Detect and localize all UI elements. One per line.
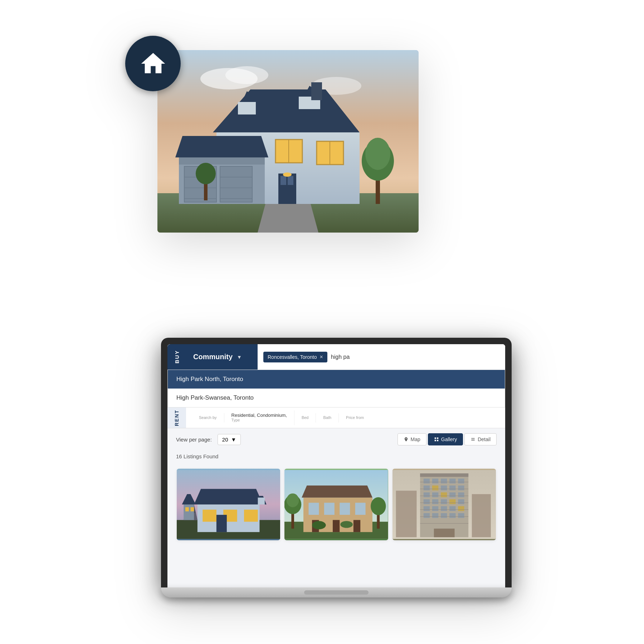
suggestion-item-2[interactable]: High Park-Swansea, Toronto [168, 389, 505, 407]
svg-rect-77 [420, 473, 468, 477]
laptop: BUY Community ▼ Roncesvalles, Toronto × [161, 338, 512, 597]
svg-rect-101 [449, 506, 455, 511]
svg-rect-90 [441, 492, 447, 497]
controls-row: View per page: 20 ▼ Map [167, 428, 505, 450]
svg-rect-93 [423, 499, 429, 504]
search-input[interactable] [331, 354, 402, 360]
svg-rect-108 [434, 529, 454, 537]
location-tag[interactable]: Roncesvalles, Toronto × [263, 352, 327, 362]
svg-rect-88 [423, 492, 429, 497]
map-view-button[interactable]: Map [397, 433, 426, 445]
svg-marker-63 [302, 486, 373, 498]
svg-rect-92 [458, 492, 464, 497]
bath-filter[interactable]: Bath [316, 413, 339, 423]
svg-rect-56 [191, 507, 194, 512]
svg-point-61 [287, 493, 299, 507]
search-bar-row: BUY Community ▼ Roncesvalles, Toronto × [167, 344, 505, 370]
svg-rect-97 [458, 499, 464, 504]
bed-label: Bed [302, 415, 309, 420]
page-count-select[interactable]: 20 ▼ [218, 434, 241, 445]
suggestion-item-1[interactable]: High Park North, Toronto [168, 370, 505, 389]
svg-rect-23 [220, 166, 252, 202]
svg-rect-32 [280, 176, 286, 185]
dropdown-arrow-icon: ▼ [237, 354, 242, 360]
search-input-area: Roncesvalles, Toronto × [258, 344, 505, 370]
svg-rect-66 [340, 503, 350, 515]
svg-point-37 [365, 138, 390, 170]
suggestion-dropdown: High Park North, Toronto High Park-Swans… [167, 370, 505, 408]
svg-point-72 [371, 497, 386, 515]
svg-rect-9 [238, 102, 256, 114]
tag-close-icon[interactable]: × [319, 354, 323, 360]
detail-view-button[interactable]: Detail [464, 433, 497, 445]
svg-rect-49 [203, 509, 216, 522]
svg-rect-65 [324, 503, 335, 515]
search-ui: BUY Community ▼ Roncesvalles, Toronto × [167, 344, 505, 547]
svg-rect-91 [449, 492, 455, 497]
svg-rect-64 [309, 503, 319, 515]
rent-tab[interactable]: RENT [167, 408, 186, 428]
svg-rect-80 [441, 479, 447, 484]
svg-rect-48 [258, 498, 265, 504]
svg-rect-86 [449, 486, 455, 491]
svg-rect-95 [441, 499, 447, 504]
svg-rect-85 [441, 486, 447, 491]
price-label: Price from [346, 415, 364, 420]
tag-text: Roncesvalles, Toronto [268, 354, 317, 360]
property-card-1[interactable] [177, 469, 280, 540]
detail-icon [470, 437, 475, 442]
map-icon [404, 437, 409, 442]
svg-rect-79 [432, 479, 438, 484]
detail-label: Detail [478, 436, 491, 442]
svg-marker-46 [194, 489, 263, 504]
svg-rect-109 [396, 491, 416, 537]
svg-point-73 [312, 521, 326, 529]
property-image-2 [284, 469, 388, 540]
type-filter[interactable]: Residential, Condominium, Type [224, 410, 294, 425]
hero-photo [157, 50, 419, 233]
rent-tab-row: RENT Search by Residential, Condominium,… [167, 408, 505, 428]
svg-rect-105 [441, 513, 447, 518]
svg-rect-103 [423, 513, 429, 518]
svg-rect-98 [423, 506, 429, 511]
svg-rect-102 [458, 506, 464, 511]
view-per-page-label: View per page: [176, 436, 212, 443]
property-grid [167, 462, 505, 547]
svg-point-39 [196, 163, 216, 184]
bed-filter[interactable]: Bed [294, 413, 316, 423]
svg-rect-82 [458, 479, 464, 484]
svg-rect-53 [184, 504, 194, 520]
search-by-label: Search by [199, 415, 217, 420]
svg-rect-100 [441, 506, 447, 511]
svg-rect-107 [458, 513, 464, 518]
svg-point-34 [283, 172, 292, 177]
view-buttons: Map Gallery Detail [397, 433, 497, 445]
home-icon-circle [125, 36, 181, 91]
property-card-2[interactable] [284, 469, 388, 540]
gallery-label: Gallery [441, 436, 457, 442]
svg-rect-52 [216, 515, 227, 532]
buy-tab[interactable]: BUY [167, 344, 186, 370]
svg-rect-96 [449, 499, 455, 504]
search-by-filter: Search by [192, 413, 224, 423]
svg-rect-104 [432, 513, 438, 518]
laptop-base [161, 587, 512, 597]
svg-rect-87 [458, 486, 464, 491]
listings-count: 16 Listings Found [167, 450, 505, 462]
community-dropdown[interactable]: Community ▼ [186, 344, 258, 370]
gallery-icon [434, 437, 439, 442]
svg-rect-70 [353, 520, 360, 532]
price-filter[interactable]: Price from [339, 413, 371, 423]
map-label: Map [411, 436, 420, 442]
svg-rect-99 [432, 506, 438, 511]
svg-rect-55 [185, 507, 189, 512]
svg-rect-67 [355, 503, 366, 515]
svg-rect-110 [472, 494, 491, 537]
gallery-view-button[interactable]: Gallery [428, 433, 463, 445]
svg-rect-69 [333, 520, 340, 532]
svg-rect-83 [423, 486, 429, 491]
svg-point-2 [225, 66, 268, 84]
laptop-screen: BUY Community ▼ Roncesvalles, Toronto × [167, 344, 505, 587]
property-card-3[interactable] [392, 469, 496, 540]
svg-rect-106 [449, 513, 455, 518]
